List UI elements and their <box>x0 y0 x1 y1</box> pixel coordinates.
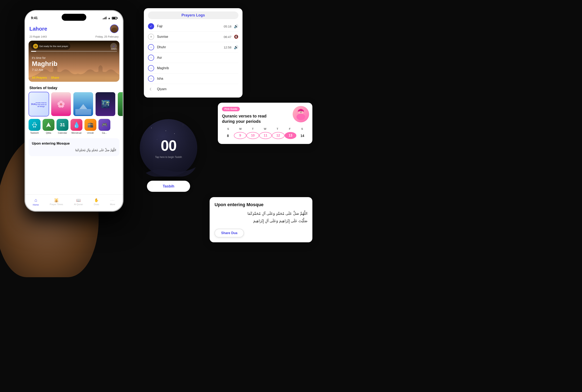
app-header: Lahore <box>25 23 123 35</box>
avatar[interactable] <box>110 24 119 33</box>
app-icon-menstrual[interactable]: 💧 Menstrual <box>71 119 82 134</box>
story-item-pink[interactable]: 🌸 <box>51 92 71 116</box>
prayer-row-sunrise: ☀ Sunrise 06:47 🔇 <box>148 32 238 42</box>
cal-day-m: M <box>234 127 247 130</box>
dynamic-island <box>62 14 86 21</box>
app-more-label: Ga... <box>102 132 107 134</box>
story-item-palm[interactable]: 🌴 <box>117 92 123 116</box>
cal-day-f: F <box>283 127 296 130</box>
progress-track <box>31 51 117 52</box>
hijabi-avatar-icon <box>294 107 308 121</box>
qiyam-name: Qiyam <box>157 87 238 91</box>
story-dua: DUAinvoke God tobe the best ofall things <box>29 92 49 116</box>
sunrise-time: 06:47 <box>224 35 231 38</box>
prayer-row-fajr: ✓ Fajr 05:18 🔊 <box>148 21 238 32</box>
app-icon-tasbeeh-img <box>29 119 41 131</box>
app-icon-more[interactable]: 🎮 Ga... <box>98 119 110 134</box>
its-time-for: it's time for <box>32 56 57 60</box>
sunrise-icon: ☀ <box>148 34 154 40</box>
story-mosque <box>73 92 93 116</box>
story-item-night[interactable]: 🌃 <box>95 92 116 116</box>
dhuhr-check: ○ <box>148 44 154 50</box>
phone-inner: 9:41 ▲ Lahor <box>25 11 123 211</box>
app-icon-umrah-img: 🕋 <box>85 119 96 131</box>
share-dua-button[interactable]: Share Dua <box>214 229 244 238</box>
apps-grid: Tasbeeh Qibla 31 Calendar <box>25 116 123 136</box>
quran-nav-icon: 📖 <box>76 198 81 202</box>
prayer-times-nav-label: Prayer Times <box>50 203 63 206</box>
svg-point-5 <box>33 126 34 127</box>
battery-icon <box>112 17 117 20</box>
tasbeeh-badge[interactable]: 15 Get ready for the next prayer <box>31 43 70 50</box>
tasbih-button[interactable]: Tasbih <box>147 181 190 192</box>
svg-point-10 <box>297 114 305 120</box>
story-palm: 🌴 <box>118 92 123 116</box>
app-umrah-label: Umrah <box>87 132 94 134</box>
status-icons: ▲ <box>103 16 117 20</box>
share-link[interactable]: Share <box>51 76 59 79</box>
sunrise-name: Sunrise <box>157 35 224 38</box>
app-icon-umrah[interactable]: 🕋 Umrah <box>85 119 96 134</box>
cal-day-8: 8 <box>222 132 234 140</box>
cal-day-t1: T <box>247 127 259 130</box>
svg-point-6 <box>32 124 34 126</box>
prayers-log-card: Prayers Logs ✓ Fajr 05:18 🔊 ☀ Sunrise 06… <box>144 8 242 98</box>
sunrise-sound-icon[interactable]: 🔇 <box>234 34 238 39</box>
cal-day-s2: S <box>296 127 308 130</box>
pink-badge: Pink Guide <box>222 107 240 111</box>
qibla-icon <box>45 122 52 128</box>
mosque-mini-icon <box>73 103 93 115</box>
fajr-sound-icon[interactable]: 🔊 <box>234 24 238 28</box>
pink-guide-title: Quranic verses to read during your perio… <box>222 113 279 124</box>
cal-header: S M T W T F S <box>222 127 308 130</box>
app-tasbeeh-label: Tasbeeh <box>30 132 39 134</box>
phone-wrapper: 9:41 ▲ Lahor <box>12 10 140 257</box>
asr-check: ○ <box>148 54 154 61</box>
current-prayer-name: Maghrib <box>32 60 57 68</box>
quran-nav-label: Al Quran <box>74 203 83 206</box>
fajr-check: ✓ <box>148 23 154 29</box>
pink-calendar: S M T W T F S 8 9 10 11 12 13 14 <box>222 127 308 140</box>
dhuhr-name: Dhuhr <box>157 46 224 49</box>
card-bottom-links: All Prayers Share <box>32 76 59 79</box>
nav-home[interactable]: ⌂ Home <box>33 198 39 206</box>
prayer-card: 15 Get ready for the next prayer ✓ 30/50… <box>29 41 119 82</box>
dhuhr-sound-icon[interactable]: 🔊 <box>234 45 238 50</box>
nav-quran[interactable]: 📖 Al Quran <box>74 198 83 206</box>
story-night: 🌃 <box>96 92 115 116</box>
cal-day-9: 9 <box>234 132 247 139</box>
tasbih-circle[interactable]: 00 Tap here to begin Tasbih <box>140 119 197 176</box>
fajr-time: 05:18 <box>224 25 231 28</box>
progress-bar: 30/500 <box>31 51 117 52</box>
svg-line-7 <box>35 124 36 124</box>
home-nav-label: Home <box>33 204 39 206</box>
prayer-times-nav-icon: 🕌 <box>54 198 59 202</box>
svg-marker-1 <box>79 104 87 109</box>
qiyam-moon-icon: ☾ <box>148 86 154 92</box>
story-item-mosque[interactable] <box>73 92 94 116</box>
app-icon-tasbeeh[interactable]: Tasbeeh <box>29 119 41 134</box>
tasbeeh-badge-text: Get ready for the next prayer <box>39 45 68 48</box>
all-prayers-link[interactable]: All Prayers <box>32 76 47 79</box>
maghrib-name: Maghrib <box>157 66 238 70</box>
svg-point-4 <box>35 126 36 127</box>
pink-avatar <box>293 106 309 122</box>
city-name: Lahore <box>29 26 47 32</box>
nav-prayer-times[interactable]: 🕌 Prayer Times <box>50 198 63 206</box>
tasbih-button-label: Tasbih <box>163 184 174 188</box>
nav-more[interactable]: ··· More <box>110 198 115 206</box>
cal-day-11: 11 <box>259 132 272 139</box>
fajr-name: Fajr <box>157 24 224 28</box>
cal-day-14: 14 <box>296 132 308 140</box>
app-icon-calendar[interactable]: 31 Calendar <box>57 119 69 134</box>
story-item-dua[interactable]: DUAinvoke God tobe the best ofall things <box>29 92 49 116</box>
prayer-row-qiyam: ☾ Qiyam <box>148 84 238 94</box>
prayer-row-isha: ○ Isha <box>148 74 238 84</box>
nav-duas[interactable]: ✋ Duas <box>94 198 99 206</box>
story-pink: 🌸 <box>51 92 71 116</box>
app-icon-qibla-img <box>43 119 55 131</box>
isha-name: Isha <box>157 77 238 80</box>
duas-nav-label: Duas <box>94 203 99 206</box>
app-icon-qibla[interactable]: Qibla <box>43 119 55 134</box>
svg-point-2 <box>34 122 36 124</box>
